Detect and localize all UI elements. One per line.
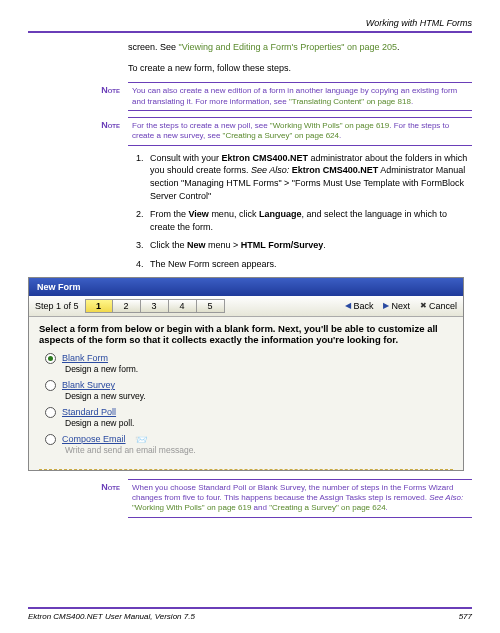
footer-rule bbox=[28, 607, 472, 609]
link-translating-content[interactable]: "Translating Content" on page 818 bbox=[289, 97, 411, 106]
mail-icon bbox=[132, 434, 147, 445]
note-label: Note bbox=[28, 82, 120, 111]
note-poll-survey-body: For the steps to create a new poll, see … bbox=[128, 117, 472, 146]
note-wizard-steps-body: When you choose Standard Poll or Blank S… bbox=[128, 479, 472, 518]
arrow-right-icon bbox=[383, 301, 389, 310]
note-translate: Note You can also create a new edition o… bbox=[28, 82, 472, 111]
next-button[interactable]: Next bbox=[383, 301, 410, 311]
intro-line2: To create a new form, follow these steps… bbox=[128, 62, 472, 75]
wizard-step-bar: Step 1 of 5 1 2 3 4 5 Back Next Cancel bbox=[29, 296, 463, 317]
radio-standard-poll[interactable] bbox=[45, 407, 56, 418]
steps-list: Consult with your Ektron CMS400.NET admi… bbox=[146, 152, 472, 271]
radio-compose-email[interactable] bbox=[45, 434, 56, 445]
arrow-left-icon bbox=[345, 301, 351, 310]
option-blank-survey[interactable]: Blank Survey Design a new survey. bbox=[45, 380, 453, 401]
step-tab-1[interactable]: 1 bbox=[85, 299, 113, 313]
option-label: Blank Form bbox=[62, 353, 108, 363]
step-tab-3[interactable]: 3 bbox=[141, 299, 169, 313]
option-compose-email[interactable]: Compose Email Write and send an email me… bbox=[45, 434, 453, 455]
option-desc: Design a new poll. bbox=[65, 418, 453, 428]
link-view-edit-properties[interactable]: "Viewing and Editing a Form's Properties… bbox=[179, 42, 398, 52]
option-standard-poll[interactable]: Standard Poll Design a new poll. bbox=[45, 407, 453, 428]
option-blank-form[interactable]: Blank Form Design a new form. bbox=[45, 353, 453, 374]
note-wizard-steps: Note When you choose Standard Poll or Bl… bbox=[28, 479, 472, 518]
footer-manual-title: Ektron CMS400.NET User Manual, Version 7… bbox=[28, 612, 195, 621]
header-rule bbox=[28, 31, 472, 33]
step-tab-4[interactable]: 4 bbox=[169, 299, 197, 313]
dialog-title: New Form bbox=[29, 278, 463, 296]
cancel-icon bbox=[420, 301, 427, 310]
link-working-with-polls-2[interactable]: "Working With Polls" on page 619 bbox=[132, 503, 251, 512]
option-label: Compose Email bbox=[62, 434, 126, 444]
dialog-lead-text: Select a form from below or begin with a… bbox=[39, 323, 453, 345]
option-desc: Write and send an email message. bbox=[65, 445, 453, 455]
page-header-title: Working with HTML Forms bbox=[28, 18, 472, 28]
note-label: Note bbox=[28, 117, 120, 146]
step-2: From the View menu, click Language, and … bbox=[146, 208, 472, 233]
page-footer: Ektron CMS400.NET User Manual, Version 7… bbox=[28, 607, 472, 621]
option-desc: Design a new survey. bbox=[65, 391, 453, 401]
option-desc: Design a new form. bbox=[65, 364, 453, 374]
intro-line1: screen. See "Viewing and Editing a Form'… bbox=[128, 41, 472, 54]
screenshot-cutoff-line bbox=[39, 469, 453, 470]
step-1: Consult with your Ektron CMS400.NET admi… bbox=[146, 152, 472, 202]
radio-blank-survey[interactable] bbox=[45, 380, 56, 391]
back-button[interactable]: Back bbox=[345, 301, 373, 311]
cancel-button[interactable]: Cancel bbox=[420, 301, 457, 311]
note-poll-survey: Note For the steps to create a new poll,… bbox=[28, 117, 472, 146]
footer-page-number: 577 bbox=[459, 612, 472, 621]
link-working-with-polls[interactable]: "Working With Polls" on page 619 bbox=[270, 121, 389, 130]
option-label: Standard Poll bbox=[62, 407, 116, 417]
step-tab-5[interactable]: 5 bbox=[197, 299, 225, 313]
step-indicator: Step 1 of 5 bbox=[35, 301, 79, 311]
option-label: Blank Survey bbox=[62, 380, 115, 390]
note-translate-body: You can also create a new edition of a f… bbox=[128, 82, 472, 111]
radio-blank-form[interactable] bbox=[45, 353, 56, 364]
link-creating-a-survey-2[interactable]: "Creating a Survey" on page 624 bbox=[269, 503, 385, 512]
step-tabs: 1 2 3 4 5 bbox=[85, 299, 225, 313]
link-creating-a-survey[interactable]: "Creating a Survey" on page 624 bbox=[223, 131, 339, 140]
step-3: Click the New menu > HTML Form/Survey. bbox=[146, 239, 472, 252]
step-4: The New Form screen appears. bbox=[146, 258, 472, 271]
step-tab-2[interactable]: 2 bbox=[113, 299, 141, 313]
new-form-dialog: New Form Step 1 of 5 1 2 3 4 5 Back Next… bbox=[28, 277, 464, 471]
note-label: Note bbox=[28, 479, 120, 518]
